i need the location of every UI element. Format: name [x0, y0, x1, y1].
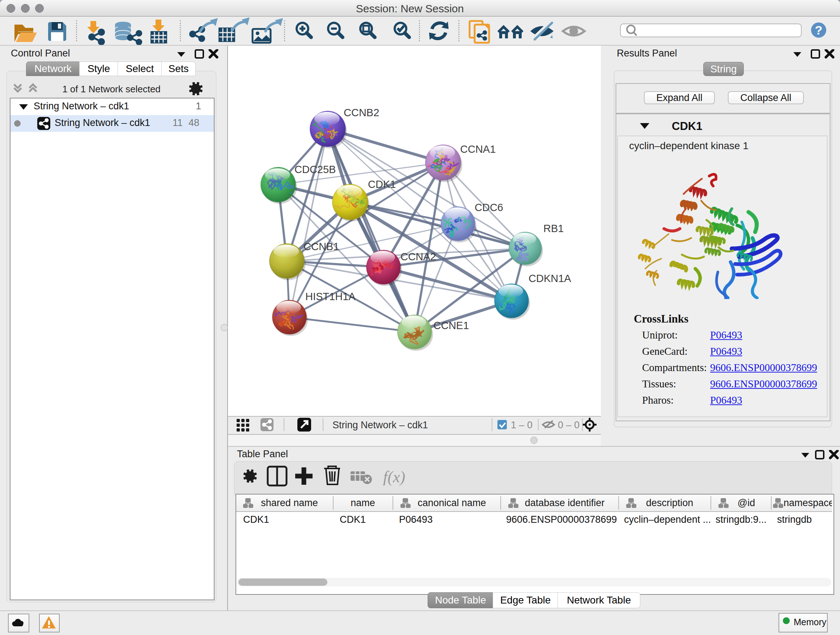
- svg-text:name: name: [351, 497, 375, 508]
- svg-text:1 – 0: 1 – 0: [511, 420, 532, 431]
- svg-text:String Network – cdk1: String Network – cdk1: [332, 420, 428, 431]
- svg-text:@id: @id: [737, 497, 755, 508]
- svg-text:CDK1: CDK1: [368, 179, 396, 190]
- svg-text:namespace: namespace: [783, 497, 832, 508]
- svg-text:HIST1H1A: HIST1H1A: [305, 291, 355, 302]
- svg-text:database identifier: database identifier: [525, 497, 605, 508]
- svg-text:f(x): f(x): [383, 468, 405, 486]
- svg-text:CDC6: CDC6: [475, 202, 503, 213]
- svg-text:CCNA2: CCNA2: [401, 251, 436, 263]
- svg-text:?: ?: [815, 23, 823, 37]
- svg-text:0 – 0: 0 – 0: [558, 420, 579, 431]
- svg-text:CCNB2: CCNB2: [344, 107, 379, 119]
- svg-text:canonical name: canonical name: [417, 497, 486, 508]
- svg-text:description: description: [646, 497, 693, 508]
- svg-text:CDC25B: CDC25B: [294, 164, 336, 175]
- svg-text:CCNB1: CCNB1: [303, 241, 339, 252]
- svg-text:CCNA1: CCNA1: [460, 143, 496, 155]
- svg-text:CCNE1: CCNE1: [433, 320, 469, 331]
- svg-text:RB1: RB1: [543, 223, 564, 234]
- svg-text:shared name: shared name: [261, 497, 318, 508]
- svg-text:CDKN1A: CDKN1A: [529, 272, 571, 284]
